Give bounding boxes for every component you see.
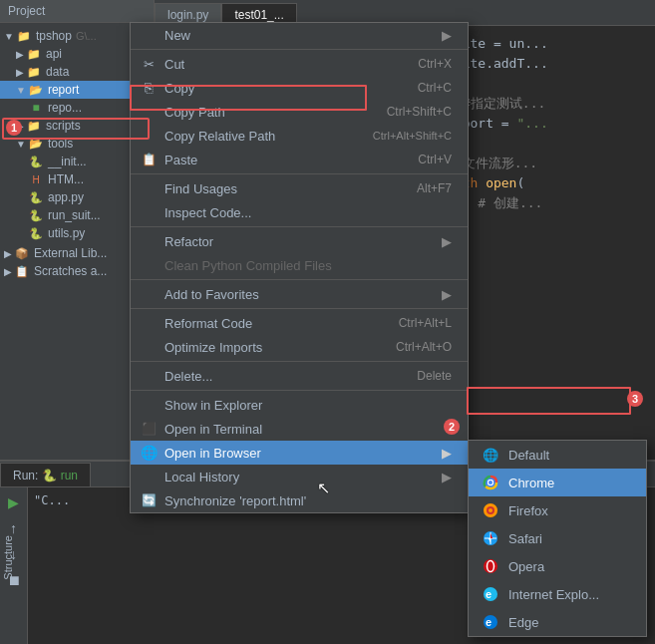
submenu-label-safari: Safari bbox=[508, 531, 542, 546]
svg-point-6 bbox=[489, 508, 492, 512]
folder-icon: 📁 bbox=[26, 65, 42, 79]
run-tab[interactable]: Run: 🐍 run bbox=[0, 463, 91, 486]
menu-label-refactor: Refactor bbox=[164, 234, 434, 249]
tree-label-scripts: scripts bbox=[46, 119, 81, 133]
submenu-label-opera: Opera bbox=[508, 559, 544, 574]
code-line-7: # 文件流形... bbox=[447, 154, 647, 173]
arrow-icon: ▼ bbox=[16, 85, 26, 96]
browser-submenu: 🌐 Default bbox=[468, 440, 647, 637]
copy-path-shortcut: Ctrl+Shift+C bbox=[387, 105, 452, 119]
menu-label-clean: Clean Python Compiled Files bbox=[164, 258, 452, 273]
arrow-icon: ▶ bbox=[16, 67, 24, 78]
folder-icon: 📂 bbox=[28, 137, 44, 151]
code-line-2: suite.addT... bbox=[447, 54, 647, 74]
ie-icon: e bbox=[481, 585, 500, 603]
tab-label-test01: test01_... bbox=[234, 8, 283, 22]
menu-item-sync[interactable]: 🔄 Synchronize 'report.html' bbox=[131, 488, 468, 512]
file-py-icon: 🐍 bbox=[28, 155, 44, 168]
submenu-item-ie[interactable]: e Internet Explo... bbox=[469, 580, 646, 608]
code-line-5: report = "... bbox=[447, 114, 647, 134]
opera-icon bbox=[481, 557, 500, 575]
tree-label-report: report bbox=[48, 83, 79, 97]
separator-6 bbox=[131, 361, 468, 362]
separator-3 bbox=[131, 226, 468, 227]
external-lib-icon: 📦 bbox=[14, 246, 30, 260]
code-line-4: 🔆#指定测试... bbox=[447, 94, 647, 114]
menu-item-add-favorites[interactable]: Add to Favorites ▶ bbox=[131, 282, 468, 306]
badge-2: 2 bbox=[444, 419, 460, 435]
menu-label-show-explorer: Show in Explorer bbox=[164, 398, 452, 413]
menu-item-reformat[interactable]: Reformat Code Ctrl+Alt+L bbox=[131, 311, 468, 335]
menu-item-refactor[interactable]: Refactor ▶ bbox=[131, 229, 468, 253]
file-py-icon: 🐍 bbox=[28, 226, 44, 240]
submenu-item-default[interactable]: 🌐 Default bbox=[469, 441, 646, 469]
submenu-item-edge[interactable]: e Edge bbox=[469, 608, 646, 636]
menu-item-optimize[interactable]: Optimize Imports Ctrl+Alt+O bbox=[131, 335, 468, 359]
folder-icon: 📂 bbox=[28, 83, 44, 97]
menu-label-sync: Synchronize 'report.html' bbox=[164, 493, 452, 508]
menu-item-cut[interactable]: ✂ Cut Ctrl+X bbox=[131, 52, 468, 76]
submenu-item-opera[interactable]: Opera bbox=[469, 552, 646, 580]
project-header[interactable]: Project bbox=[0, 0, 154, 23]
copy-relative-shortcut: Ctrl+Alt+Shift+C bbox=[373, 130, 452, 142]
submenu-item-firefox[interactable]: Firefox bbox=[469, 496, 646, 524]
paste-shortcut: Ctrl+V bbox=[418, 153, 452, 166]
tree-label-external: External Lib... bbox=[34, 246, 107, 260]
file-py-icon: 🐍 bbox=[28, 190, 44, 204]
run-output: "C... bbox=[34, 493, 70, 507]
structure-tab[interactable]: Structure bbox=[0, 531, 16, 584]
tree-label-tpshop: tpshop bbox=[36, 29, 72, 43]
arrow-icon: ▼ bbox=[16, 139, 26, 150]
tree-label-app: app.py bbox=[48, 190, 84, 204]
menu-item-new[interactable]: New ▶ bbox=[131, 23, 468, 47]
menu-item-delete[interactable]: Delete... Delete bbox=[131, 364, 468, 388]
menu-item-show-explorer[interactable]: Show in Explorer bbox=[131, 393, 468, 417]
reformat-shortcut: Ctrl+Alt+L bbox=[399, 316, 452, 330]
copy-shortcut: Ctrl+C bbox=[418, 81, 452, 95]
run-tab-label: Run: bbox=[13, 469, 38, 483]
menu-item-copy-relative[interactable]: Copy Relative Path Ctrl+Alt+Shift+C bbox=[131, 124, 468, 148]
tree-label-api: api bbox=[46, 47, 62, 61]
new-arrow: ▶ bbox=[442, 28, 452, 43]
find-usages-shortcut: Alt+F7 bbox=[417, 181, 452, 195]
folder-icon: 📁 bbox=[26, 47, 42, 61]
menu-item-open-terminal[interactable]: ⬛ Open in Terminal 2 bbox=[131, 417, 468, 441]
scratches-icon: 📋 bbox=[14, 264, 30, 278]
edge-icon: e bbox=[481, 613, 500, 631]
paste-icon: 📋 bbox=[139, 153, 159, 166]
tree-label-scratches: Scratches a... bbox=[34, 264, 107, 278]
menu-item-open-browser[interactable]: 🌐 Open in Browser ▶ 🌐 Default bbox=[131, 441, 468, 465]
svg-point-3 bbox=[489, 481, 492, 484]
menu-label-optimize: Optimize Imports bbox=[164, 340, 376, 355]
code-line-3 bbox=[447, 74, 647, 94]
menu-item-paste[interactable]: 📋 Paste Ctrl+V bbox=[131, 148, 468, 171]
tree-label-html: HTM... bbox=[48, 172, 84, 186]
browser-arrow: ▶ bbox=[442, 446, 452, 461]
menu-item-find-usages[interactable]: Find Usages Alt+F7 bbox=[131, 176, 468, 200]
folder-icon: 📁 bbox=[26, 119, 42, 133]
submenu-label-chrome: Chrome bbox=[508, 476, 554, 490]
arrow-icon: ▶ bbox=[4, 266, 12, 277]
code-line-1: suite = un... bbox=[447, 34, 647, 54]
submenu-item-safari[interactable]: Safari bbox=[469, 524, 646, 552]
optimize-shortcut: Ctrl+Alt+O bbox=[396, 340, 452, 354]
menu-item-copy-path[interactable]: Copy Path Ctrl+Shift+C bbox=[131, 100, 468, 124]
menu-label-find-usages: Find Usages bbox=[164, 181, 397, 196]
cut-icon: ✂ bbox=[139, 57, 159, 72]
submenu-label-default: Default bbox=[508, 448, 549, 463]
submenu-item-chrome[interactable]: Chrome bbox=[469, 469, 646, 496]
default-browser-icon: 🌐 bbox=[481, 446, 500, 464]
copy-icon: ⎘ bbox=[139, 80, 159, 96]
separator-2 bbox=[131, 173, 468, 174]
menu-item-local-history[interactable]: Local History ▶ bbox=[131, 465, 468, 488]
badge-1: 1 bbox=[6, 120, 22, 136]
menu-item-copy[interactable]: ⎘ Copy Ctrl+C bbox=[131, 76, 468, 100]
menu-label-open-terminal: Open in Terminal bbox=[164, 422, 452, 437]
tree-label-init: __init... bbox=[48, 155, 87, 168]
project-title: Project bbox=[8, 4, 45, 18]
menu-label-inspect: Inspect Code... bbox=[164, 205, 452, 220]
separator-1 bbox=[131, 49, 468, 50]
arrow-icon: ▶ bbox=[4, 248, 12, 259]
run-play-button[interactable]: ▶ bbox=[3, 491, 25, 513]
menu-item-inspect-code[interactable]: Inspect Code... bbox=[131, 200, 468, 224]
